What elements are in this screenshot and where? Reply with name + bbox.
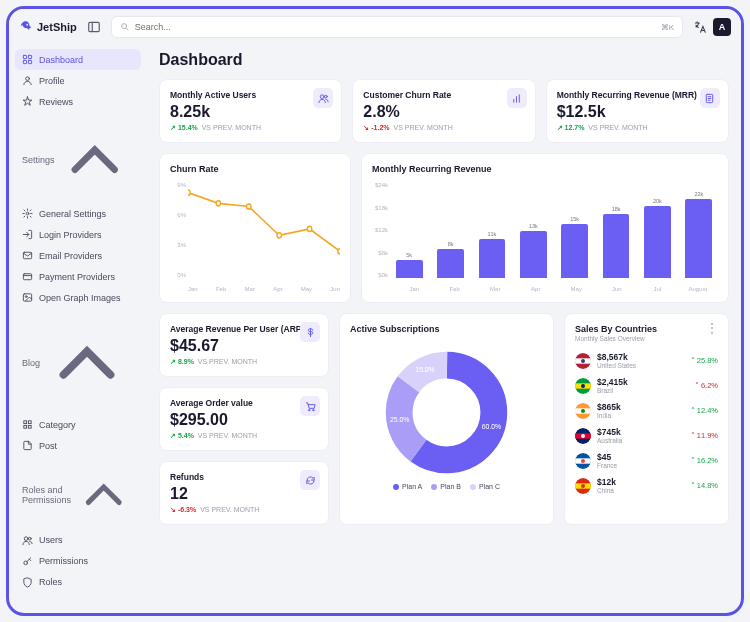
sidebar-item-payment-providers[interactable]: Payment Providers [15, 266, 141, 287]
svg-point-49 [417, 383, 477, 443]
svg-rect-19 [28, 426, 31, 429]
users-icon [22, 535, 33, 546]
sidebar-item-category[interactable]: Category [15, 414, 141, 435]
bar [479, 239, 506, 278]
svg-point-55 [581, 359, 585, 363]
countries-card: Sales By Countries Monthly Sales Overvie… [564, 313, 729, 525]
search-icon [120, 22, 130, 32]
delta: ↗ 15.4% [170, 124, 198, 131]
chart-title: Monthly Recurring Revenue [372, 164, 718, 174]
kpi-card: Monthly Active Users 8.25k ↗ 15.4% VS PR… [159, 79, 342, 143]
card-title: Sales By Countries [575, 324, 657, 334]
svg-point-58 [581, 384, 585, 388]
churn-chart: 9%6%3%0% JanFebMarAprMayJun [170, 182, 340, 292]
svg-text:60.0%: 60.0% [482, 423, 501, 430]
svg-point-9 [26, 77, 30, 81]
svg-text:25.0%: 25.0% [390, 416, 409, 423]
sidebar-section-header[interactable]: Settings [15, 112, 141, 203]
users-icon [318, 93, 329, 104]
sidebar-section-header[interactable]: Roles and Permissions [15, 456, 141, 529]
sidebar-item-roles[interactable]: Roles [15, 572, 141, 593]
category-icon [22, 419, 33, 430]
svg-point-38 [188, 190, 190, 195]
svg-point-30 [324, 95, 327, 98]
sidebar-item-users[interactable]: Users [15, 530, 141, 551]
svg-point-39 [216, 201, 220, 206]
svg-point-41 [277, 233, 281, 238]
country-row: $8,567k United States ˄ 25.8% [575, 348, 718, 373]
bar [603, 214, 630, 279]
mrr-chart-card: Monthly Recurring Revenue $24k$18k$12k$6… [361, 153, 729, 303]
country-row: $865k India ˄ 12.4% [575, 398, 718, 423]
flag-cn-icon [575, 478, 591, 494]
country-row: $45 France ˄ 16.2% [575, 448, 718, 473]
subscriptions-card: Active Subscriptions 60.0%25.0%15.0% Pla… [339, 313, 554, 525]
chevup-icon [55, 120, 134, 199]
login-icon [22, 229, 33, 240]
doc-icon-badge [700, 88, 720, 108]
svg-point-20 [24, 537, 28, 541]
country-pct: ˄ 12.4% [691, 406, 718, 415]
sidebar-item-profile[interactable]: Profile [15, 70, 141, 91]
search-input[interactable] [135, 22, 656, 32]
bar [685, 199, 712, 278]
svg-rect-1 [88, 22, 99, 31]
svg-point-40 [247, 204, 251, 209]
sidebar-item-open-graph-images[interactable]: Open Graph Images [15, 287, 141, 308]
svg-point-0 [26, 24, 28, 26]
translate-icon[interactable] [693, 20, 707, 34]
brand-logo[interactable]: JetShip [19, 20, 77, 34]
country-pct: ˄ 16.2% [691, 456, 718, 465]
country-pct: ˅ 11.9% [691, 431, 718, 440]
kpi-card: Customer Churn Rate 2.8% ↘ -1.2% VS PREV… [352, 79, 535, 143]
svg-point-29 [320, 94, 324, 98]
refresh-icon [305, 475, 316, 486]
delta: ↗ 5.4% [170, 432, 194, 439]
more-menu[interactable]: ⋮ [706, 324, 718, 332]
post-icon [22, 440, 33, 451]
mrr-chart: $24k$18k$12k$6k$0k 5k8k11k13k15k18k20k22… [372, 182, 718, 292]
sidebar-item-email-providers[interactable]: Email Providers [15, 245, 141, 266]
svg-rect-6 [28, 55, 31, 58]
sidebar-item-general-settings[interactable]: General Settings [15, 203, 141, 224]
flag-in-icon [575, 403, 591, 419]
kpi-card: Average Revenue Per User (ARPU) $45.67 ↗… [159, 313, 329, 377]
brand-name: JetShip [37, 21, 77, 33]
search-input-wrapper[interactable]: ⌘K [111, 16, 683, 38]
dashboard-icon [22, 54, 33, 65]
gear-icon [22, 208, 33, 219]
svg-point-70 [581, 484, 585, 488]
users-icon-badge [313, 88, 333, 108]
bar [561, 224, 588, 278]
sidebar-item-login-providers[interactable]: Login Providers [15, 224, 141, 245]
card-subtitle: Monthly Sales Overview [575, 335, 657, 342]
sidebar: DashboardProfileReviewsSettingsGeneral S… [9, 45, 147, 613]
svg-point-43 [338, 249, 340, 254]
sidebar-item-dashboard[interactable]: Dashboard [15, 49, 141, 70]
svg-rect-8 [28, 60, 31, 63]
dollar-icon-badge [300, 322, 320, 342]
kpi-card: Average Order value $295.00 ↗ 5.4% VS PR… [159, 387, 329, 451]
sidebar-item-reviews[interactable]: Reviews [15, 91, 141, 112]
svg-point-61 [581, 409, 585, 413]
search-shortcut: ⌘K [661, 23, 674, 32]
chevup-icon [73, 464, 134, 525]
sidebar-item-post[interactable]: Post [15, 435, 141, 456]
user-avatar[interactable]: A [713, 18, 731, 36]
bar [644, 206, 671, 278]
mail-icon [22, 250, 33, 261]
svg-point-64 [581, 434, 585, 438]
svg-line-4 [126, 28, 128, 30]
sidebar-section-header[interactable]: Blog [15, 308, 141, 414]
country-row: $12k China ˄ 14.8% [575, 473, 718, 498]
chart-title: Active Subscriptions [350, 324, 440, 334]
country-row: $2,415k Brazil ˅ 6.2% [575, 373, 718, 398]
sidebar-toggle[interactable] [87, 20, 101, 34]
shield-icon [22, 577, 33, 588]
chevup-icon [61, 601, 134, 613]
content: Dashboard Monthly Active Users 8.25k ↗ 1… [147, 45, 741, 613]
sidebar-section-header[interactable]: Roadmap [15, 593, 141, 613]
svg-rect-17 [28, 421, 31, 424]
sidebar-item-permissions[interactable]: Permissions [15, 551, 141, 572]
cart-icon-badge [300, 396, 320, 416]
